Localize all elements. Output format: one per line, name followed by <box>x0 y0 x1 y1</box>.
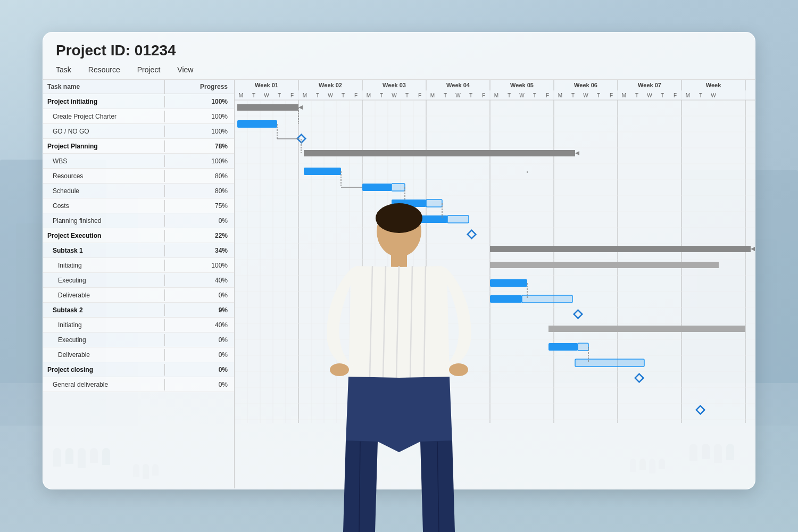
menu-task[interactable]: Task <box>56 64 71 75</box>
task-row: Deliverable 0% <box>43 347 234 362</box>
svg-rect-0 <box>235 80 755 90</box>
task-progress: 100% <box>165 113 234 120</box>
menu-project[interactable]: Project <box>137 64 161 75</box>
task-progress: 100% <box>165 157 234 165</box>
task-row: Costs 75% <box>43 198 234 213</box>
svg-text:Week 07: Week 07 <box>638 82 661 88</box>
svg-text:M: M <box>430 93 435 98</box>
task-name: GO / NO GO <box>43 126 165 137</box>
task-row: Subtask 1 34% <box>43 243 234 258</box>
task-row: Initiating 40% <box>43 318 234 332</box>
task-name: WBS <box>43 155 165 167</box>
menu-resource[interactable]: Resource <box>88 64 120 75</box>
task-progress: 40% <box>165 277 234 284</box>
svg-text:W: W <box>264 93 269 98</box>
svg-text:T: T <box>597 93 600 98</box>
svg-text:T: T <box>380 93 383 98</box>
svg-text:T: T <box>405 93 409 98</box>
svg-text:W: W <box>711 93 716 98</box>
svg-text:W: W <box>519 93 525 98</box>
task-name-header: Task name <box>43 80 165 94</box>
task-progress: 75% <box>165 202 234 210</box>
svg-text:T: T <box>571 93 575 98</box>
svg-text:M: M <box>239 93 243 98</box>
task-progress-header: Progress <box>165 80 234 94</box>
task-name: Subtask 2 <box>43 304 165 316</box>
task-progress: 34% <box>165 247 234 254</box>
task-row: Project Planning 78% <box>43 139 234 154</box>
task-name: Planning finished <box>43 215 165 227</box>
task-name: Deliverable <box>43 289 165 301</box>
task-name: Subtask 1 <box>43 245 165 256</box>
task-name: Initiating <box>43 260 165 271</box>
task-row: WBS 100% <box>43 154 234 169</box>
task-name: Project Planning <box>43 140 165 152</box>
task-name: Costs <box>43 200 165 212</box>
project-title: Project ID: 01234 <box>43 32 755 62</box>
task-progress: 0% <box>165 381 234 388</box>
task-name: Schedule <box>43 185 165 197</box>
svg-text:Week 01: Week 01 <box>255 82 278 88</box>
svg-text:F: F <box>674 93 677 98</box>
svg-rect-115 <box>548 343 578 351</box>
svg-text:Week 05: Week 05 <box>510 82 534 88</box>
svg-text:T: T <box>278 93 281 98</box>
menu-view[interactable]: View <box>177 64 193 75</box>
svg-rect-99 <box>304 168 341 175</box>
task-name: Deliverable <box>43 349 165 361</box>
svg-text:F: F <box>610 93 613 98</box>
svg-point-136 <box>449 363 468 376</box>
task-progress: 0% <box>165 351 234 359</box>
svg-text:Week 04: Week 04 <box>446 82 470 88</box>
svg-text:M: M <box>558 93 562 98</box>
svg-rect-119 <box>696 406 705 414</box>
task-row: GO / NO GO 100% <box>43 124 234 139</box>
task-row: Create Project Charter 100% <box>43 109 234 124</box>
task-name: Project closing <box>43 364 165 376</box>
svg-rect-114 <box>548 326 745 332</box>
task-name: Initiating <box>43 319 165 331</box>
svg-rect-89 <box>237 104 298 111</box>
task-progress: 100% <box>165 98 234 105</box>
svg-rect-112 <box>522 295 572 303</box>
svg-text:M: M <box>622 93 626 98</box>
task-header: Task name Progress <box>43 80 234 94</box>
task-panel: Task name Progress Project initiating 10… <box>43 80 235 488</box>
svg-text:W: W <box>328 93 333 98</box>
task-row: Project closing 0% <box>43 362 234 377</box>
svg-rect-117 <box>575 359 644 367</box>
svg-text:T: T <box>533 93 536 98</box>
svg-rect-113 <box>574 310 583 319</box>
svg-rect-111 <box>490 295 522 303</box>
svg-text:F: F <box>546 93 549 98</box>
person-figure <box>309 176 489 532</box>
svg-text:F: F <box>290 93 294 98</box>
task-name: Resources <box>43 170 165 182</box>
svg-text:W: W <box>392 93 397 98</box>
task-row: Project Execution 22% <box>43 228 234 243</box>
svg-text:M: M <box>367 93 371 98</box>
task-row: Project initiating 100% <box>43 94 234 109</box>
task-row: Schedule 80% <box>43 184 234 198</box>
svg-text:T: T <box>444 93 447 98</box>
menu-bar: Task Resource Project View <box>43 62 755 80</box>
task-row: Planning finished 0% <box>43 213 234 228</box>
svg-text:T: T <box>508 93 511 98</box>
task-name: Project initiating <box>43 96 165 107</box>
task-progress: 9% <box>165 306 234 314</box>
svg-text:M: M <box>494 93 498 98</box>
task-row: Executing 40% <box>43 273 234 288</box>
svg-text:W: W <box>583 93 588 98</box>
task-progress: 0% <box>165 217 234 225</box>
task-name: General deliverable <box>43 379 165 390</box>
svg-text:T: T <box>316 93 319 98</box>
task-row: Subtask 2 9% <box>43 303 234 318</box>
svg-text:T: T <box>342 93 345 98</box>
svg-rect-118 <box>635 374 644 383</box>
svg-text:T: T <box>699 93 702 98</box>
task-progress: 22% <box>165 232 234 239</box>
task-row: General deliverable 0% <box>43 377 234 392</box>
svg-marker-108 <box>751 247 755 251</box>
task-progress: 80% <box>165 187 234 195</box>
svg-rect-96 <box>304 150 575 156</box>
